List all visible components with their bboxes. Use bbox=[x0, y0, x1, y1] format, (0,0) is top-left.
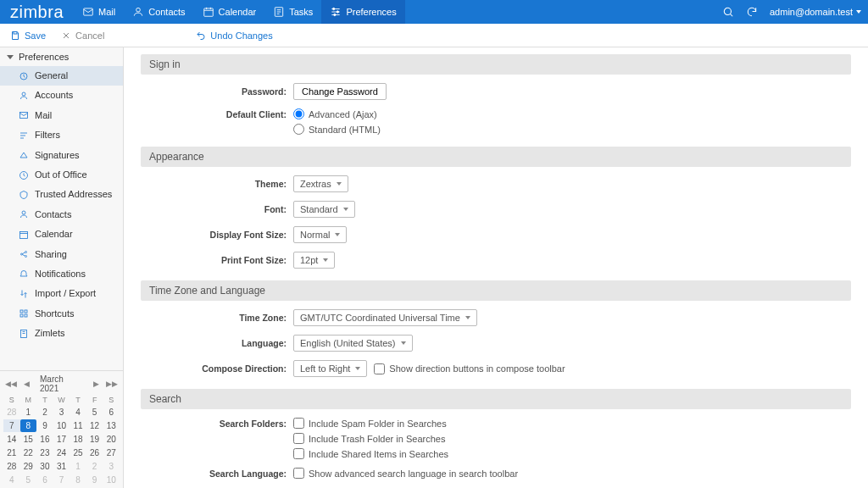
nav-preferences[interactable]: Preferences bbox=[321, 0, 404, 24]
cal-day[interactable]: 24 bbox=[53, 446, 70, 459]
nav-calendar[interactable]: Calendar bbox=[194, 0, 265, 24]
cal-day[interactable]: 16 bbox=[36, 433, 53, 446]
cal-day[interactable]: 25 bbox=[70, 446, 86, 459]
cal-next-year[interactable]: ▶▶ bbox=[104, 380, 120, 388]
language-select[interactable]: English (United States) bbox=[293, 335, 413, 352]
cal-day[interactable]: 5 bbox=[86, 406, 103, 419]
cal-dow: T bbox=[70, 395, 86, 405]
tree-item-sharing[interactable]: Sharing bbox=[0, 245, 123, 264]
cal-next-month[interactable]: ▶ bbox=[92, 380, 101, 388]
tree-item-out-of-office[interactable]: Out of Office bbox=[0, 165, 123, 185]
radio-advanced[interactable] bbox=[293, 108, 304, 119]
print-font-size-select[interactable]: 12pt bbox=[293, 252, 335, 269]
cal-prev-month[interactable]: ◀ bbox=[22, 380, 31, 388]
cal-day[interactable]: 22 bbox=[20, 446, 37, 459]
checkbox-include-spam[interactable] bbox=[293, 418, 304, 429]
cal-day[interactable]: 15 bbox=[20, 433, 37, 446]
tree-root[interactable]: Preferences bbox=[0, 47, 123, 66]
timezone-select[interactable]: GMT/UTC Coordinated Universal Time bbox=[293, 309, 477, 326]
search-folders-label: Search Folders: bbox=[141, 419, 293, 429]
nav-contacts[interactable]: Contacts bbox=[124, 0, 193, 24]
nav-label: Tasks bbox=[289, 7, 313, 17]
cancel-button[interactable]: Cancel bbox=[61, 30, 104, 41]
save-button[interactable]: Save bbox=[10, 30, 46, 41]
tree-item-contacts[interactable]: Contacts bbox=[0, 205, 123, 225]
tree-item-calendar[interactable]: Calendar bbox=[0, 225, 123, 244]
top-nav: Mail Contacts Calendar Tasks Preferences bbox=[74, 0, 405, 24]
cal-day[interactable]: 28 bbox=[3, 406, 20, 419]
undo-button[interactable]: Undo Changes bbox=[196, 30, 272, 41]
cal-day[interactable]: 14 bbox=[3, 433, 20, 446]
svg-point-17 bbox=[25, 256, 27, 258]
cal-day[interactable]: 11 bbox=[70, 419, 86, 432]
radio-standard[interactable] bbox=[293, 124, 304, 135]
cal-day[interactable]: 21 bbox=[3, 446, 20, 459]
cal-day[interactable]: 29 bbox=[20, 460, 37, 473]
cal-day[interactable]: 17 bbox=[53, 433, 70, 446]
cal-day[interactable]: 31 bbox=[53, 460, 70, 473]
nav-mail[interactable]: Mail bbox=[74, 0, 124, 24]
tree-item-notifications[interactable]: Notifications bbox=[0, 264, 123, 284]
cal-day[interactable]: 9 bbox=[86, 474, 103, 486]
cal-day[interactable]: 12 bbox=[86, 419, 103, 432]
svg-rect-19 bbox=[25, 310, 27, 313]
tree-item-import-export[interactable]: Import / Export bbox=[0, 284, 123, 303]
display-font-size-label: Display Font Size: bbox=[141, 230, 293, 240]
cal-day[interactable]: 1 bbox=[70, 460, 86, 473]
font-select[interactable]: Standard bbox=[293, 201, 355, 218]
svg-rect-2 bbox=[203, 8, 213, 16]
change-password-button[interactable]: Change Password bbox=[293, 83, 387, 100]
tree-item-shortcuts[interactable]: Shortcuts bbox=[0, 304, 123, 324]
cal-day[interactable]: 3 bbox=[103, 460, 120, 473]
checkbox-search-language[interactable] bbox=[293, 468, 304, 479]
section-signin: Sign in bbox=[141, 54, 851, 75]
cal-day[interactable]: 10 bbox=[53, 419, 70, 432]
cal-day[interactable]: 28 bbox=[3, 460, 20, 473]
cal-day[interactable]: 20 bbox=[103, 433, 120, 446]
cal-day[interactable]: 6 bbox=[103, 406, 120, 419]
cal-day[interactable]: 8 bbox=[70, 474, 86, 486]
tree-item-accounts[interactable]: Accounts bbox=[0, 86, 123, 105]
cal-day[interactable]: 4 bbox=[3, 474, 20, 486]
checkbox-direction-buttons[interactable] bbox=[374, 363, 385, 374]
cal-day[interactable]: 4 bbox=[70, 406, 86, 419]
nav-tasks[interactable]: Tasks bbox=[264, 0, 321, 24]
cal-day[interactable]: 10 bbox=[103, 474, 120, 486]
cal-day[interactable]: 3 bbox=[53, 406, 70, 419]
cal-day[interactable]: 18 bbox=[70, 433, 86, 446]
cal-day[interactable]: 13 bbox=[103, 419, 120, 432]
cal-day[interactable]: 23 bbox=[36, 446, 53, 459]
checkbox-include-shared[interactable] bbox=[293, 448, 304, 459]
cal-day[interactable]: 5 bbox=[20, 474, 37, 486]
cal-day[interactable]: 19 bbox=[86, 433, 103, 446]
cal-day[interactable]: 2 bbox=[36, 406, 53, 419]
cal-day[interactable]: 26 bbox=[86, 446, 103, 459]
tree-item-trusted-addresses[interactable]: Trusted Addresses bbox=[0, 185, 123, 204]
cal-day[interactable]: 7 bbox=[53, 474, 70, 486]
cal-prev-year[interactable]: ◀◀ bbox=[3, 380, 19, 388]
nav-label: Preferences bbox=[346, 7, 396, 17]
search-icon[interactable] bbox=[722, 6, 734, 18]
tree-item-general[interactable]: General bbox=[0, 66, 123, 86]
theme-select[interactable]: Zextras bbox=[293, 175, 348, 192]
tree-item-zimlets[interactable]: Zimlets bbox=[0, 324, 123, 343]
display-font-size-select[interactable]: Normal bbox=[293, 226, 347, 243]
cal-day[interactable]: 30 bbox=[36, 460, 53, 473]
cal-day[interactable]: 2 bbox=[86, 460, 103, 473]
cal-day[interactable]: 9 bbox=[36, 419, 53, 432]
refresh-icon[interactable] bbox=[746, 6, 758, 18]
tree-item-signatures[interactable]: Signatures bbox=[0, 146, 123, 165]
cal-day[interactable]: 1 bbox=[20, 406, 37, 419]
cal-day[interactable]: 8 bbox=[20, 419, 37, 432]
cal-day[interactable]: 27 bbox=[103, 446, 120, 459]
compose-direction-select[interactable]: Left to Right bbox=[293, 360, 367, 377]
tree-item-filters[interactable]: Filters bbox=[0, 125, 123, 145]
cal-day[interactable]: 6 bbox=[36, 474, 53, 486]
svg-rect-20 bbox=[20, 314, 23, 317]
tree-item-mail[interactable]: Mail bbox=[0, 106, 123, 125]
checkbox-include-trash[interactable] bbox=[293, 433, 304, 444]
cal-day[interactable]: 7 bbox=[3, 419, 20, 432]
tree-item-icon bbox=[19, 209, 29, 219]
cal-dow: S bbox=[103, 395, 120, 405]
user-menu[interactable]: admin@domain.test bbox=[770, 7, 861, 17]
